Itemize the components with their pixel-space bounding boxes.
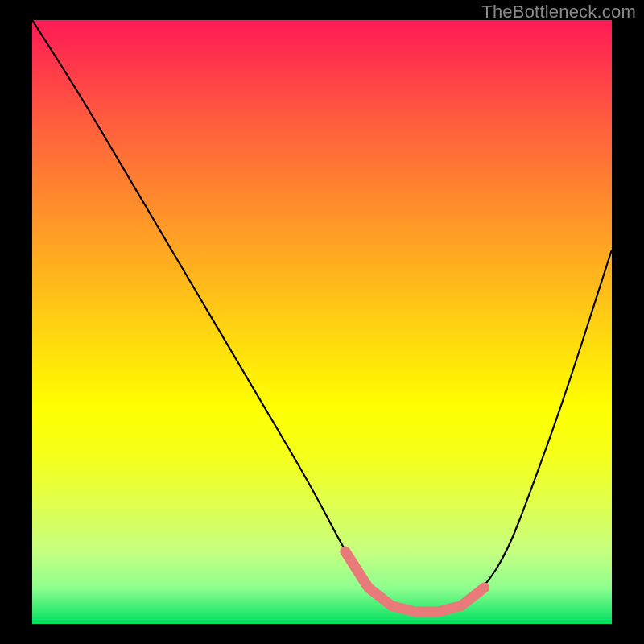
plot-area: [32, 20, 612, 624]
optimal-band-marker: [345, 551, 485, 612]
bottleneck-curve: [32, 20, 612, 612]
curve-layer: [32, 20, 612, 624]
chart-container: TheBottleneck.com: [0, 0, 644, 644]
